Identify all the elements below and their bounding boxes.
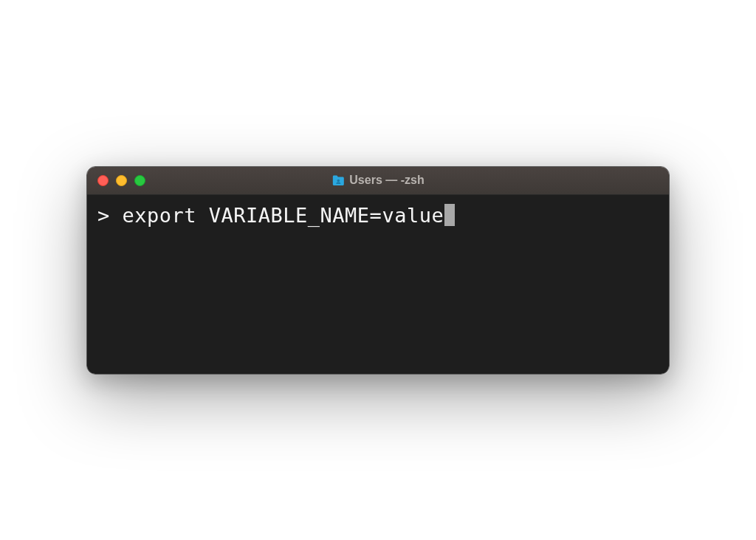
svg-point-0 <box>337 179 340 182</box>
title-bar[interactable]: Users — -zsh <box>87 167 669 195</box>
terminal-line: > export VARIABLE_NAME=value <box>97 202 659 228</box>
maximize-button[interactable] <box>134 175 145 186</box>
window-title-container: Users — -zsh <box>331 174 424 187</box>
cursor <box>444 204 455 226</box>
command-text: export VARIABLE_NAME=value <box>123 202 444 228</box>
minimize-button[interactable] <box>116 175 127 186</box>
terminal-window: Users — -zsh > export VARIABLE_NAME=valu… <box>86 166 670 375</box>
terminal-body[interactable]: > export VARIABLE_NAME=value <box>87 195 669 374</box>
close-button[interactable] <box>97 175 109 186</box>
window-title: Users — -zsh <box>349 174 424 187</box>
folder-users-icon <box>331 175 345 186</box>
traffic-lights <box>97 175 145 186</box>
prompt: > <box>97 202 123 228</box>
